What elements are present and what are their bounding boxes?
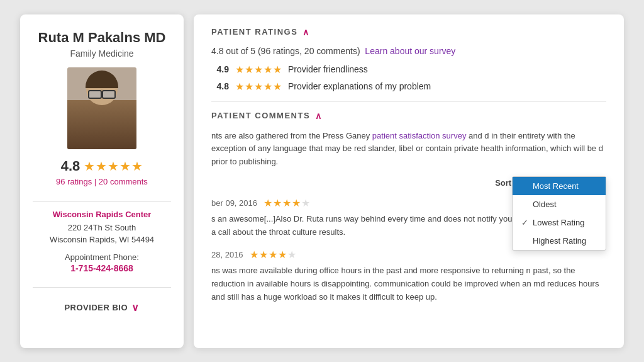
phone-number[interactable]: 1-715-424-8668 <box>70 263 133 273</box>
rating-score-2: 4.8 <box>211 81 229 91</box>
comment-date-row-2: 28, 2016 ★ ★ ★ ★ ★ <box>211 249 606 261</box>
provider-photo <box>67 67 136 149</box>
ratings-header-text: PATIENT RATINGS <box>211 27 297 37</box>
rating-summary-text: 4.8 out of 5 (96 ratings, 20 comments) <box>211 46 360 56</box>
chevron-down-icon: ∨ <box>131 302 140 314</box>
comment-stars-1: ★ ★ ★ ★ ★ <box>264 197 310 209</box>
press-ganey-link[interactable]: patient satisfaction survey <box>372 131 467 140</box>
rating-separator: | <box>94 177 99 186</box>
provider-name: Ruta M Pakalns MD <box>38 30 166 46</box>
comment-date-1: ber 09, 2016 <box>211 198 257 208</box>
location-name: Wisconsin Rapids Center <box>53 210 152 219</box>
check-icon-lowest: ✓ <box>521 218 529 227</box>
comment-block-2: 28, 2016 ★ ★ ★ ★ ★ ns was more available… <box>211 249 606 303</box>
comments-section-header: PATIENT COMMENTS ∧ <box>211 111 606 121</box>
phone-label: Appointment Phone: <box>65 252 139 262</box>
comment-date-2: 28, 2016 <box>211 250 243 259</box>
overall-stars: ★ ★ ★ ★ ★ <box>84 159 143 174</box>
comments-count: 20 comments <box>99 177 148 186</box>
rating-label-1: Provider friendliness <box>288 64 368 74</box>
rating-summary: 4.8 out of 5 (96 ratings, 20 comments) L… <box>211 46 606 56</box>
dropdown-label-oldest: Oldest <box>533 200 557 209</box>
card-divider <box>33 201 171 202</box>
provider-bio-button[interactable]: PROVIDER BIO ∨ <box>64 295 139 314</box>
dropdown-label-lowest: Lowest Rating <box>533 218 584 227</box>
rating-label-2: Provider explanations of my problem <box>288 81 431 91</box>
rating-item-1: 4.9 ★ ★ ★ ★ ★ Provider friendliness <box>211 64 606 76</box>
sort-dropdown-container: Most Recent Oldest Lowest Rating Highest… <box>531 176 606 189</box>
comment-stars-2: ★ ★ ★ ★ ★ <box>250 249 296 261</box>
ratings-caret-icon[interactable]: ∧ <box>303 27 310 37</box>
provider-bio-label: PROVIDER BIO <box>64 303 128 312</box>
comment-text-2: ns was more available during office hour… <box>211 264 606 303</box>
rating-details: 96 ratings | 20 comments <box>56 177 148 186</box>
provider-card: Ruta M Pakalns MD Family Medicine 4.8 ★ … <box>20 14 184 348</box>
comment-intro-text: nts are also gathered from the Press Gan… <box>211 130 606 169</box>
comments-section: PATIENT COMMENTS ∧ nts are also gathered… <box>211 111 606 304</box>
star-5: ★ <box>131 159 143 174</box>
star-1: ★ <box>84 159 95 174</box>
address-line2: Wisconsin Rapids, WI 54494 <box>50 235 154 244</box>
section-divider <box>211 101 606 102</box>
rating-score-1: 4.9 <box>211 64 229 74</box>
star-2: ★ <box>96 159 107 174</box>
sort-row: Sort by Most Recent Oldest Lowest Rating… <box>211 176 606 189</box>
stars-2: ★ ★ ★ ★ ★ <box>235 81 282 93</box>
sort-dropdown-overlay[interactable]: Most Recent Oldest ✓ Lowest Rating H <box>512 176 606 251</box>
star-4: ★ <box>119 159 131 174</box>
comments-header-text: PATIENT COMMENTS <box>211 111 310 120</box>
ratings-section-header: PATIENT RATINGS ∧ <box>211 27 606 37</box>
card-divider-2 <box>33 287 171 288</box>
learn-survey-link[interactable]: Learn about our survey <box>365 46 455 56</box>
rating-item-2: 4.8 ★ ★ ★ ★ ★ Provider explanations of m… <box>211 81 606 93</box>
dropdown-item-oldest[interactable]: Oldest <box>513 195 606 213</box>
overall-rating-row: 4.8 ★ ★ ★ ★ ★ <box>61 158 143 174</box>
overall-rating-number: 4.8 <box>61 158 80 174</box>
dropdown-item-most-recent[interactable]: Most Recent <box>513 177 606 195</box>
right-panel: PATIENT RATINGS ∧ 4.8 out of 5 (96 ratin… <box>194 14 624 348</box>
star-3: ★ <box>108 159 119 174</box>
ratings-count: 96 ratings <box>56 177 92 186</box>
dropdown-item-highest[interactable]: Highest Rating <box>513 232 606 250</box>
comments-caret-icon[interactable]: ∧ <box>315 111 323 121</box>
dropdown-label-highest: Highest Rating <box>533 236 586 246</box>
location-address: 220 24Th St South Wisconsin Rapids, WI 5… <box>50 222 154 246</box>
dropdown-item-lowest[interactable]: ✓ Lowest Rating <box>513 213 606 232</box>
dropdown-label-most-recent: Most Recent <box>533 181 579 191</box>
provider-specialty: Family Medicine <box>70 48 133 59</box>
stars-1: ★ ★ ★ ★ ★ <box>235 64 282 76</box>
address-line1: 220 24Th St South <box>68 223 136 232</box>
